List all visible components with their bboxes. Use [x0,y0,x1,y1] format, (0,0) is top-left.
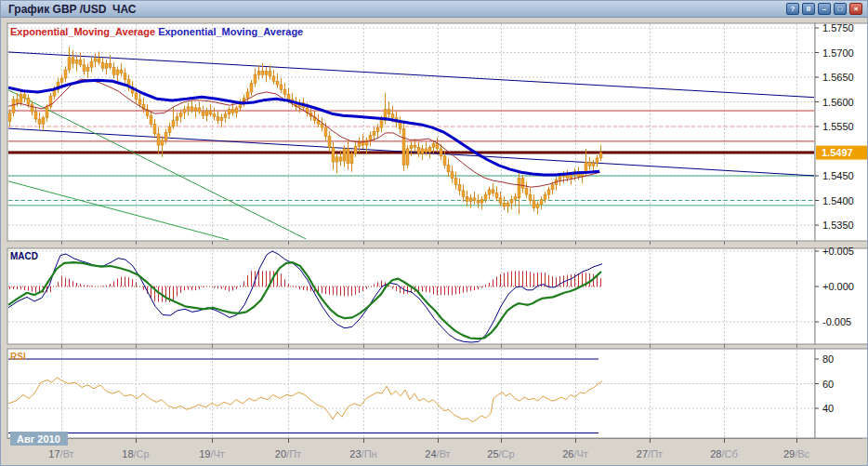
macd-price-axis[interactable] [815,248,868,344]
candle [451,172,454,179]
candle [124,73,126,80]
candle [202,112,204,115]
candle [138,100,141,104]
candle [473,198,476,201]
candle [287,95,290,100]
candle [105,63,108,68]
candle [350,153,353,164]
candle [213,114,216,117]
candle [161,140,164,145]
legend-item: Exponential_Moving_Average [155,26,303,37]
date-axis-label: 18/Ср [122,448,149,459]
candle [16,100,19,103]
maximize-button[interactable]: □ [834,3,847,15]
candle [183,109,186,113]
candle [34,112,37,119]
candle [228,109,230,113]
candle [414,145,416,147]
indicator-legend: Exponential_Moving_Average Exponential_M… [10,26,303,37]
candle [265,72,268,75]
candle [339,157,342,161]
candle [495,193,498,198]
candle [68,58,71,70]
candle [410,145,413,149]
candle [90,61,93,67]
rsi-axis-label: 40 [822,403,834,414]
candle [447,165,450,171]
candle [31,104,33,112]
candle [514,196,517,199]
candle [551,185,554,190]
candle [38,119,41,124]
candle [525,188,528,194]
candle [172,121,175,126]
candle [261,72,264,75]
candle [324,127,327,137]
minimize-button[interactable]: – [818,3,831,15]
candle [220,117,223,120]
candle [23,95,26,99]
candle [60,78,63,82]
candle [120,70,123,73]
candle [544,194,546,199]
candle [79,60,82,64]
rsi-axis-label: 80 [822,353,834,365]
candle [209,111,212,114]
candle [428,147,431,152]
price-axis-label: 1.5400 [822,195,854,206]
candle [440,149,442,156]
candle [432,144,435,148]
candle [272,76,275,81]
candle [135,93,138,100]
candle [343,149,346,161]
candle [373,131,375,135]
close-button[interactable]: × [849,3,862,15]
main-panel[interactable] [7,23,815,241]
candle [75,60,78,63]
candle [458,185,461,191]
candle [64,70,67,78]
macd-axis-label: +0.005 [822,246,854,257]
candle [354,146,357,153]
pause-button[interactable]: II [802,3,815,15]
candle [205,111,208,115]
candle [20,95,22,103]
candle [417,147,420,153]
candle [86,67,89,71]
candle [477,201,480,204]
candle [332,147,335,162]
candle [391,114,394,118]
candle [280,85,283,89]
candle [592,163,595,166]
candle [42,117,45,124]
candle [484,194,487,199]
candle [480,199,483,203]
candle [46,107,48,118]
rsi-panel[interactable] [7,349,815,438]
candle [518,179,520,198]
candle [540,199,543,204]
candle [492,190,494,193]
rsi-panel-label: RSI [10,352,26,362]
date-axis-label: 25/Ср [487,448,514,459]
help-button[interactable]: ? [786,3,799,15]
candle [380,121,383,127]
candle [335,157,338,162]
candle [246,92,249,98]
candle [599,153,602,158]
candle [369,136,372,140]
candle [533,201,535,208]
window-titlebar[interactable]: График GBP /USD ЧАС ? II – □ × [1,1,867,18]
candle [109,63,112,67]
date-axis-label: 23/Пн [349,448,376,459]
chart-window: График GBP /USD ЧАС ? II – □ × Exponenti… [0,0,868,466]
candle [388,109,390,113]
chart-canvas[interactable]: Exponential_Moving_Average Exponential_M… [1,18,868,466]
candle [250,83,253,92]
candle [566,175,569,179]
rsi-axis-label: 60 [822,379,834,390]
candle [466,196,468,201]
candle [187,107,190,110]
date-axis-label: 17/Вт [48,448,73,459]
date-axis-label: 20/Пт [275,448,301,459]
